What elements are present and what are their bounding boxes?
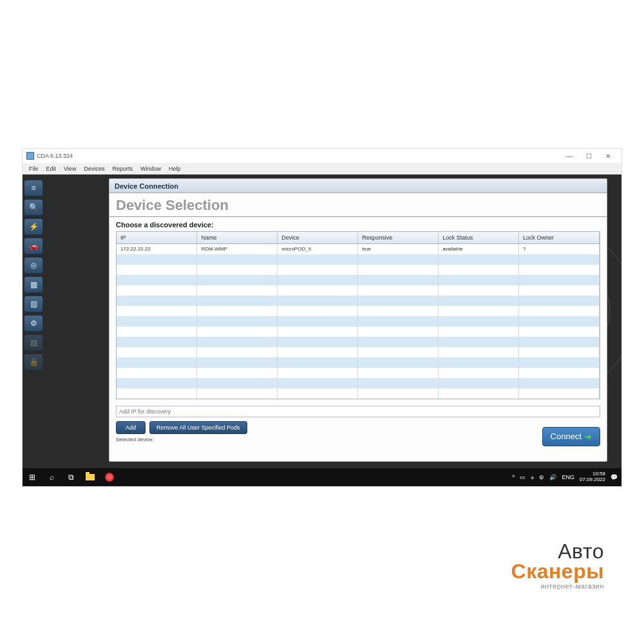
connect-label: Connect bbox=[551, 431, 582, 441]
cell-responsive: true bbox=[358, 244, 439, 254]
desktop-window: CDA 6.13.324 — ☐ ✕ File Edit View Device… bbox=[22, 148, 622, 487]
windows-taskbar: ⊞ ⌕ ⧉ ^ ▭ ⏚ ⊚ 🔊 ENG 10:58 07.09.2022 💬 bbox=[23, 468, 621, 486]
cell-name: RDM-WMP bbox=[197, 244, 278, 254]
sidebar-data-icon[interactable]: ▦ bbox=[24, 276, 43, 293]
watermark: Авто Сканеры интернет-магазин bbox=[511, 540, 604, 590]
ip-input-wrap bbox=[116, 404, 600, 417]
window-title: CDA 6.13.324 bbox=[37, 153, 560, 159]
table-row[interactable] bbox=[117, 327, 600, 337]
col-ip[interactable]: IP bbox=[117, 232, 197, 244]
file-explorer-icon[interactable] bbox=[80, 468, 100, 486]
table-row[interactable] bbox=[117, 254, 600, 265]
menu-window[interactable]: Window bbox=[137, 166, 165, 172]
menu-devices[interactable]: Devices bbox=[80, 166, 108, 172]
col-device[interactable]: Device bbox=[278, 232, 358, 244]
clock-date: 07.09.2022 bbox=[580, 477, 605, 483]
col-lock-status[interactable]: Lock Status bbox=[439, 232, 519, 244]
sidebar-flash-icon[interactable]: ⚡ bbox=[24, 218, 43, 235]
sidebar-menu-icon[interactable]: ≡ bbox=[24, 180, 43, 196]
cell-device: microPOD_II bbox=[278, 244, 358, 254]
ip-discovery-input[interactable] bbox=[116, 406, 600, 417]
col-name[interactable]: Name bbox=[197, 232, 278, 244]
window-minimize-button[interactable]: — bbox=[560, 149, 579, 163]
volume-icon[interactable]: 🔊 bbox=[549, 474, 556, 480]
table-row[interactable] bbox=[117, 275, 600, 285]
start-button[interactable]: ⊞ bbox=[23, 468, 42, 486]
col-responsive[interactable]: Responsive bbox=[358, 232, 439, 244]
tray-chevron-icon[interactable]: ^ bbox=[512, 474, 515, 480]
connect-button[interactable]: Connect ➔ bbox=[542, 427, 600, 446]
watermark-line2: Сканеры bbox=[511, 560, 604, 583]
battery-icon[interactable]: ▭ bbox=[520, 474, 526, 480]
cell-ip: 172.22.22.22 bbox=[117, 244, 197, 254]
window-titlebar: CDA 6.13.324 — ☐ ✕ bbox=[23, 149, 621, 163]
table-row[interactable] bbox=[117, 296, 600, 306]
table-row[interactable]: 172.22.22.22 RDM-WMP microPOD_II true av… bbox=[117, 244, 600, 254]
app-icon bbox=[26, 152, 34, 160]
search-icon[interactable]: ⌕ bbox=[42, 468, 61, 486]
table-row[interactable] bbox=[117, 347, 600, 357]
menu-reports[interactable]: Reports bbox=[108, 166, 137, 172]
language-indicator[interactable]: ENG bbox=[562, 474, 574, 480]
menu-file[interactable]: File bbox=[25, 166, 43, 172]
table-row[interactable] bbox=[117, 285, 600, 296]
sidebar-diag-icon[interactable]: ⚙ bbox=[24, 315, 43, 332]
panel-subtitle: Choose a discovered device: bbox=[109, 217, 607, 231]
wifi-icon[interactable]: ⊚ bbox=[539, 474, 544, 480]
table-row[interactable] bbox=[117, 316, 600, 327]
network-icon[interactable]: ⏚ bbox=[531, 474, 534, 480]
sidebar: ≡ 🔍 ⚡ 🚗 ◎ ▦ ▥ ⚙ ▤ 🔒 bbox=[23, 178, 44, 372]
menu-help[interactable]: Help bbox=[165, 166, 185, 172]
device-table: IP Name Device Responsive Lock Status Lo… bbox=[116, 231, 600, 399]
window-close-button[interactable]: ✕ bbox=[598, 149, 618, 163]
app-body: ≡ 🔍 ⚡ 🚗 ◎ ▦ ▥ ⚙ ▤ 🔒 Device Connection De… bbox=[23, 175, 621, 468]
notifications-icon[interactable]: 💬 bbox=[611, 474, 618, 480]
sidebar-target-icon[interactable]: ◎ bbox=[24, 257, 43, 274]
arrow-right-icon: ➔ bbox=[584, 431, 592, 442]
table-row[interactable] bbox=[117, 265, 600, 275]
opera-icon[interactable] bbox=[100, 468, 119, 486]
taskbar-clock[interactable]: 10:58 07.09.2022 bbox=[580, 471, 605, 483]
table-row[interactable] bbox=[117, 388, 600, 399]
sidebar-panel-icon[interactable]: ▥ bbox=[24, 296, 43, 312]
table-row[interactable] bbox=[117, 357, 600, 368]
sidebar-chip-icon[interactable]: ▤ bbox=[24, 334, 43, 351]
panel-header: Device Connection bbox=[109, 179, 607, 193]
table-row[interactable] bbox=[117, 337, 600, 347]
menu-bar: File Edit View Devices Reports Window He… bbox=[23, 163, 621, 175]
col-lock-owner[interactable]: Lock Owner bbox=[519, 232, 600, 244]
table-row[interactable] bbox=[117, 378, 600, 388]
menu-view[interactable]: View bbox=[60, 166, 80, 172]
panel-title: Device Selection bbox=[109, 193, 607, 217]
window-maximize-button[interactable]: ☐ bbox=[579, 149, 598, 163]
table-row[interactable] bbox=[117, 306, 600, 316]
device-connection-panel: Device Connection Device Selection Choos… bbox=[109, 178, 607, 462]
cda-app-icon[interactable] bbox=[119, 468, 138, 486]
table-row[interactable] bbox=[117, 368, 600, 378]
cell-lock-status: available bbox=[439, 244, 519, 254]
sidebar-search-icon[interactable]: 🔍 bbox=[24, 199, 43, 216]
sidebar-lock-icon[interactable]: 🔒 bbox=[24, 354, 43, 370]
system-tray: ^ ▭ ⏚ ⊚ 🔊 ENG 10:58 07.09.2022 💬 bbox=[512, 471, 621, 483]
task-view-icon[interactable]: ⧉ bbox=[61, 468, 80, 486]
cell-lock-owner: ? bbox=[519, 244, 600, 254]
sidebar-vehicle-icon[interactable]: 🚗 bbox=[24, 238, 43, 254]
menu-edit[interactable]: Edit bbox=[43, 166, 61, 172]
